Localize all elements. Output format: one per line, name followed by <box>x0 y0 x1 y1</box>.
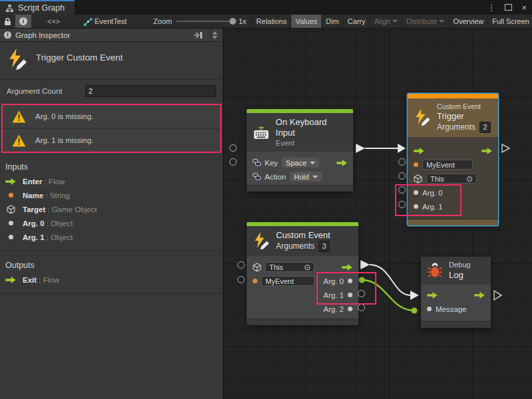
cube-icon <box>7 205 15 214</box>
tab-title: Script Graph <box>18 3 65 13</box>
input-row: Arg. 0 : Object <box>0 216 223 230</box>
target-row: This⊙ <box>408 172 498 186</box>
value-port[interactable] <box>398 201 406 208</box>
event-name-row: MyEvent <box>408 158 498 172</box>
graph-icon <box>84 17 92 26</box>
custom-event-icon <box>253 232 270 251</box>
window-controls: ⋮ × <box>487 0 532 15</box>
flow-output-arrow-icon[interactable] <box>342 264 352 271</box>
node-trigger-custom-event[interactable]: Custom Event Trigger Arguments2 MyEvent <box>408 94 498 225</box>
target-field[interactable]: This⊙ <box>265 262 315 272</box>
target-row: This⊙ <box>247 260 358 274</box>
object-port-icon <box>427 307 432 311</box>
value-port[interactable] <box>398 186 406 194</box>
tab-script-graph[interactable]: Script Graph <box>0 0 74 15</box>
value-port[interactable] <box>398 172 406 180</box>
trigger-colorbar <box>408 94 498 98</box>
dock-panel-icon[interactable] <box>193 31 203 39</box>
event-name-row: MyEvent Arg. 0 <box>247 274 358 288</box>
node-subtitle: Event <box>276 139 347 148</box>
maximize-icon[interactable] <box>505 4 512 11</box>
graph-canvas[interactable]: On Keyboard Input Event Key Space Acti <box>223 29 532 399</box>
graph-breadcrumb[interactable]: EventTest <box>77 15 130 28</box>
flow-input-arrow-icon[interactable] <box>414 148 424 154</box>
flow-output-arrow-icon[interactable] <box>481 148 492 154</box>
zoom-slider-knob[interactable] <box>229 18 236 25</box>
node-debug-log[interactable]: Debug Log Message <box>421 257 491 328</box>
zoom-slider[interactable] <box>176 21 235 22</box>
flow-arrowhead <box>398 144 406 153</box>
relations-button[interactable]: Relations <box>252 15 291 28</box>
script-graph-icon <box>5 4 14 13</box>
value-port[interactable] <box>358 290 365 297</box>
value-port-connected[interactable] <box>412 308 418 314</box>
flow-port-triangle[interactable] <box>494 291 501 300</box>
cube-icon <box>253 263 261 272</box>
code-view-button[interactable]: <×> <box>43 15 64 28</box>
event-name-field[interactable]: MyEvent <box>422 160 473 170</box>
unit-title: Trigger Custom Event <box>36 53 123 63</box>
value-port[interactable] <box>398 158 406 166</box>
value-port[interactable] <box>229 158 237 166</box>
action-row: Action Hold <box>247 170 353 184</box>
node-on-keyboard-input[interactable]: On Keyboard Input Event Key Space Acti <box>247 109 353 192</box>
arg1-row: Arg. 1 <box>247 288 358 302</box>
event-name-field[interactable]: MyEvent <box>261 276 315 286</box>
carry-button[interactable]: Carry <box>344 15 370 28</box>
binding-icon <box>253 173 261 180</box>
inspector-title: Graph Inspector <box>15 31 189 39</box>
action-dropdown[interactable]: Hold <box>290 172 322 182</box>
close-icon[interactable]: × <box>521 3 527 12</box>
string-port-icon <box>9 193 13 198</box>
inputs-heading: Inputs <box>0 153 223 174</box>
window-menu-icon[interactable]: ⋮ <box>487 3 495 12</box>
flow-input-arrow-icon[interactable] <box>427 292 438 299</box>
value-port-connected[interactable] <box>359 277 365 283</box>
binding-icon <box>253 159 261 166</box>
lock-button[interactable] <box>0 15 15 28</box>
target-icon[interactable]: ⊙ <box>304 263 311 271</box>
object-port-icon <box>414 190 418 195</box>
arg1-row: Arg. 1 <box>408 200 498 213</box>
target-icon[interactable]: ⊙ <box>466 175 473 183</box>
argument-count-row: Argument Count <box>0 80 223 102</box>
flow-port-triangle[interactable] <box>502 144 509 152</box>
flow-output-arrow-icon[interactable] <box>474 292 485 299</box>
panel-spinner[interactable] <box>210 29 219 41</box>
object-port-icon <box>9 235 13 239</box>
graph-inspector-panel: i Graph Inspector Trigger Custom Event <box>0 29 223 399</box>
flow-row <box>421 288 491 302</box>
input-row: Target : Game Object <box>0 202 223 216</box>
key-row: Key Space <box>247 156 353 170</box>
target-field[interactable]: This⊙ <box>426 174 477 184</box>
inspector-toggle-button[interactable]: i <box>15 15 31 28</box>
dim-button[interactable]: Dim <box>322 15 344 28</box>
arg2-row: Arg. 2 <box>247 302 358 316</box>
value-port[interactable] <box>237 276 245 283</box>
key-dropdown[interactable]: Space <box>282 158 319 168</box>
code-icon: <×> <box>47 17 60 25</box>
warning-icon <box>12 134 26 147</box>
divider <box>0 293 223 294</box>
flow-output-arrow-icon[interactable] <box>336 160 347 166</box>
overview-button[interactable]: Overview <box>449 15 488 28</box>
value-port[interactable] <box>229 144 237 152</box>
value-port[interactable] <box>358 304 365 311</box>
values-button[interactable]: Values <box>291 15 322 28</box>
argument-count-input[interactable] <box>85 85 216 97</box>
value-port[interactable] <box>237 261 245 269</box>
arguments-count-box[interactable]: 3 <box>319 241 330 252</box>
arguments-count-box[interactable]: 2 <box>479 122 491 133</box>
object-port-icon <box>348 279 352 283</box>
chevron-down-icon <box>310 162 315 164</box>
align-dropdown[interactable]: Align <box>370 15 402 28</box>
warning-icon <box>12 110 26 123</box>
distribute-dropdown[interactable]: Distribute <box>402 15 449 28</box>
titlebar: Script Graph ⋮ × <box>0 0 532 15</box>
warning-text: Arg. 0 is missing. <box>35 112 94 120</box>
argument-count-label: Argument Count <box>7 87 85 95</box>
output-row: Exit : Flow <box>0 273 223 287</box>
node-custom-event[interactable]: Custom Event Arguments3 This⊙ MyEvent <box>247 222 358 325</box>
full-screen-button[interactable]: Full Screen <box>488 15 532 28</box>
zoom-value: 1x <box>239 17 247 25</box>
